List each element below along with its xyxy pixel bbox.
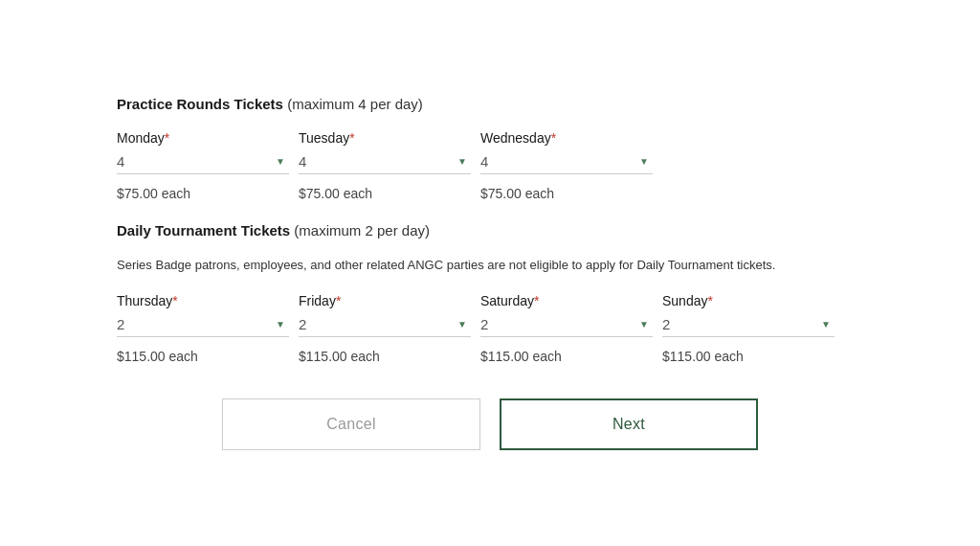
sunday-price: $115.00 each (662, 349, 835, 364)
saturday-required: * (534, 293, 539, 308)
daily-selects-row: 012 ▼ 012 ▼ 012 ▼ 012 ▼ (117, 316, 863, 343)
friday-select[interactable]: 012 (299, 316, 471, 332)
practice-prices-row: $75.00 each $75.00 each $75.00 each (117, 186, 863, 201)
wednesday-required: * (551, 130, 556, 146)
daily-section: Daily Tournament Tickets (maximum 2 per … (117, 222, 863, 364)
saturday-select[interactable]: 012 (480, 316, 653, 332)
tuesday-required: * (349, 130, 354, 146)
tuesday-label: Tuesday* (299, 129, 471, 146)
monday-required: * (165, 130, 169, 146)
wednesday-select[interactable]: 01234 (480, 153, 653, 170)
wednesday-select-wrapper: 01234 ▼ (480, 153, 653, 174)
practice-day-labels-row: Monday* Tuesday* Wednesday* (117, 129, 863, 146)
monday-select[interactable]: 01234 (117, 153, 289, 170)
practice-title-note: (maximum 4 per day) (283, 96, 423, 112)
friday-select-wrapper: 012 ▼ (299, 316, 471, 337)
practice-title-bold: Practice Rounds Tickets (117, 96, 283, 112)
friday-price: $115.00 each (299, 349, 471, 364)
sunday-select[interactable]: 012 (662, 316, 835, 332)
friday-required: * (336, 293, 341, 308)
tuesday-select[interactable]: 01234 (299, 153, 471, 170)
sunday-select-wrapper: 012 ▼ (662, 316, 835, 337)
eligibility-note: Series Badge patrons, employees, and oth… (117, 256, 863, 275)
daily-title-note: (maximum 2 per day) (290, 222, 430, 239)
tuesday-price: $75.00 each (299, 186, 471, 201)
next-button[interactable]: Next (500, 398, 758, 450)
daily-section-title: Daily Tournament Tickets (maximum 2 per … (117, 222, 863, 239)
thursday-select-wrapper: 012 ▼ (117, 316, 289, 337)
monday-price: $75.00 each (117, 186, 289, 201)
sunday-required: * (707, 293, 712, 308)
thursday-price: $115.00 each (117, 349, 289, 364)
monday-label: Monday* (117, 129, 289, 146)
ticket-form: Practice Rounds Tickets (maximum 4 per d… (98, 67, 882, 479)
saturday-select-wrapper: 012 ▼ (480, 316, 653, 337)
friday-label: Friday* (299, 292, 471, 308)
practice-selects-row: 01234 ▼ 01234 ▼ 01234 ▼ (117, 153, 863, 180)
daily-prices-row: $115.00 each $115.00 each $115.00 each $… (117, 349, 863, 364)
saturday-price: $115.00 each (480, 349, 653, 364)
thursday-label: Thursday* (117, 292, 289, 308)
tuesday-select-wrapper: 01234 ▼ (299, 153, 471, 174)
sunday-label: Sunday* (662, 292, 835, 308)
thursday-select[interactable]: 012 (117, 316, 289, 332)
practice-section-title: Practice Rounds Tickets (maximum 4 per d… (117, 96, 863, 112)
daily-title-bold: Daily Tournament Tickets (117, 222, 290, 239)
monday-select-wrapper: 01234 ▼ (117, 153, 289, 174)
wednesday-label: Wednesday* (480, 129, 653, 146)
thursday-required: * (172, 293, 177, 308)
daily-day-labels-row: Thursday* Friday* Saturday* Sunday* (117, 292, 863, 308)
saturday-label: Saturday* (480, 292, 653, 308)
wednesday-price: $75.00 each (480, 186, 653, 201)
cancel-button[interactable]: Cancel (222, 398, 480, 450)
buttons-row: Cancel Next (117, 398, 863, 450)
